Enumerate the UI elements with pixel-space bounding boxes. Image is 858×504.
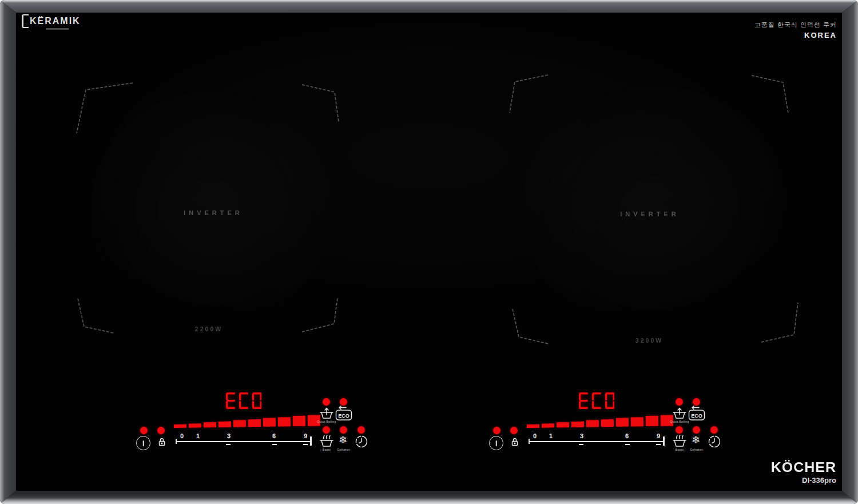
scale-label-6[interactable]: 6 [623,432,631,439]
slider-segment[interactable] [248,419,261,427]
quick-boiling-indicator-light [323,398,330,406]
scale-dash-6 [625,444,630,445]
defrost-indicator-light [340,426,347,434]
power-button[interactable] [136,436,150,450]
slider-segment[interactable] [631,417,644,427]
slider-segment[interactable] [527,424,539,428]
eco-indicator-light [340,398,347,406]
left-zone-inverter-label: INVERTER [169,209,258,216]
scale-dash-3 [579,444,583,445]
scale-dash-6 [272,444,277,445]
induction-cooktop: INVERTER INVERTER 2200W 3200W KËRAMIK 고품… [0,0,858,504]
power-level-slider[interactable] [174,413,324,428]
slider-segment[interactable] [586,420,599,427]
timer-indicator-light [357,426,365,434]
power-icon [495,440,497,446]
slider-segment[interactable] [189,423,201,428]
defrost-button[interactable]: ❄ [692,435,700,445]
slider-segment[interactable] [219,421,231,427]
slider-segment[interactable] [204,422,216,427]
slider-segment[interactable] [233,420,246,427]
keramik-bracket-icon [22,14,29,28]
keramik-logo-text: KËRAMIK [30,16,81,26]
slider-segment[interactable] [571,421,584,427]
slider-scale-line[interactable] [529,441,664,442]
lock-button[interactable] [510,437,519,447]
boost-button[interactable] [672,434,688,447]
scale-label-6[interactable]: 6 [270,432,278,439]
eco-button-text: ECO [338,413,349,419]
defrost-indicator-light [693,426,700,434]
zone-corner-marks-icon [0,0,858,504]
country-label: KOREA [754,31,837,39]
timer-indicator-light [710,426,718,434]
scale-end-tick [310,436,312,446]
slider-segment[interactable] [174,424,186,428]
scale-label-1[interactable]: 1 [194,432,202,439]
seven-segment-display [216,392,271,410]
power-icon [142,440,144,446]
slider-scale-line[interactable] [176,441,311,442]
keramik-tagline [46,28,69,30]
lock-button[interactable] [157,437,166,447]
scale-label-0[interactable]: 0 [531,432,539,439]
korean-tagline: 고품질 한국식 인덕션 쿠커 [754,21,837,29]
slider-segment[interactable] [557,422,569,427]
quick-boiling-button[interactable] [672,407,688,419]
scale-label-3[interactable]: 3 [225,432,233,439]
scale-label-0[interactable]: 0 [178,432,186,439]
eco-button-text: ECO [691,413,702,419]
lock-indicator-light [157,427,165,434]
slider-segment[interactable] [646,416,658,426]
eco-mode-button[interactable]: ECO [335,406,353,421]
boost-indicator-light [676,426,683,434]
boost-button[interactable] [319,434,335,447]
slider-segment[interactable] [278,417,291,427]
snowflake-icon: ❄ [692,434,700,446]
scale-start-tick [529,439,530,444]
boost-indicator-light [323,426,330,434]
defrost-label: Defrozen [330,448,357,451]
scale-label-9[interactable]: 9 [654,432,662,439]
origin-block: 고품질 한국식 인덕션 쿠커 KOREA [754,21,837,39]
scale-label-3[interactable]: 3 [578,432,586,439]
quick-boiling-button[interactable] [319,407,335,419]
kocher-logo-text: KÖCHER [771,460,836,475]
power-indicator-light [140,427,148,434]
slider-segment[interactable] [601,419,614,427]
defrost-label: Defrozen [683,448,710,451]
kocher-logo-block: KÖCHER DI-336pro [771,459,836,485]
slider-segment[interactable] [616,418,629,427]
left-control-panel: 0 1 3 6 9 Quick Boiling ECO Boost ❄ Defr… [132,389,372,455]
timer-button[interactable] [708,435,721,449]
left-zone-power-label: 2200W [174,326,243,332]
right-zone-inverter-label: INVERTER [605,211,694,217]
scale-label-1[interactable]: 1 [547,432,555,439]
defrost-button[interactable]: ❄ [339,435,347,445]
scale-dash-3 [226,444,231,445]
scale-dash-9 [303,444,308,445]
model-number: DI-336pro [771,476,836,485]
seven-segment-display [569,392,624,410]
right-zone-power-label: 3200W [615,337,684,344]
timer-button[interactable] [355,435,368,449]
slider-segment[interactable] [293,416,305,426]
right-control-panel: 0 1 3 6 9 Quick Boiling ECO Boost ❄ Defr… [484,389,725,455]
scale-start-tick [176,439,177,444]
snowflake-icon: ❄ [339,434,347,446]
scale-label-9[interactable]: 9 [301,432,309,439]
keramik-logo: KËRAMIK [22,14,81,28]
eco-indicator-light [693,398,700,406]
power-level-slider[interactable] [527,413,677,428]
lock-indicator-light [510,427,518,434]
slider-segment[interactable] [542,423,554,428]
eco-mode-button[interactable]: ECO [688,406,706,421]
scale-end-tick [663,436,665,446]
power-button[interactable] [489,436,503,450]
slider-segment[interactable] [263,418,276,427]
power-indicator-light [493,427,500,434]
scale-dash-9 [656,444,661,445]
quick-boiling-indicator-light [676,398,683,406]
